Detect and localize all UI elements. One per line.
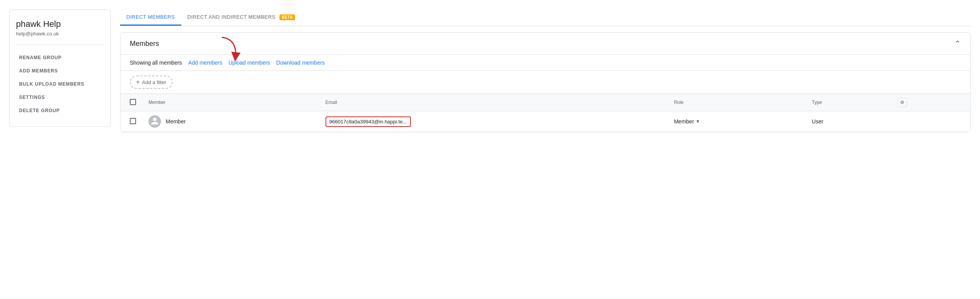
email-value: 966017c8a0a39943@in.happi.te... [325, 116, 411, 127]
header-role: Role [668, 94, 806, 111]
row-member-cell: Member [142, 111, 319, 132]
header-email: Email [319, 94, 668, 111]
tab-direct-members[interactable]: DIRECT MEMBERS [120, 9, 181, 26]
actions-row-container: Showing all members Add members Upload m… [120, 55, 970, 71]
role-value: Member [674, 118, 694, 125]
table-row: Member 966017c8a0a39943@in.happi.te... M… [120, 111, 970, 132]
members-card-header: Members ⌃ [120, 33, 970, 55]
download-members-link[interactable]: Download members [276, 60, 325, 66]
table-header: Member Email Role Type ⚙ [120, 94, 970, 111]
add-filter-label: Add a filter [142, 79, 166, 85]
table-body: Member 966017c8a0a39943@in.happi.te... M… [120, 111, 970, 132]
avatar [149, 115, 161, 128]
sidebar-divider [16, 44, 104, 45]
members-actions: Showing all members Add members Upload m… [120, 55, 970, 71]
members-table: Member Email Role Type ⚙ [120, 94, 970, 132]
row-action-cell [891, 111, 970, 132]
member-name: Member [166, 118, 186, 125]
header-checkbox-col [120, 94, 142, 111]
add-filter-plus-icon: + [136, 79, 140, 86]
filter-row: + Add a filter [120, 71, 970, 94]
members-card: Members ⌃ Showi [120, 32, 971, 132]
row-checkbox-cell [120, 111, 142, 132]
sidebar-nav: RENAME GROUP ADD MEMBERS BULK UPLOAD MEM… [16, 51, 104, 117]
sidebar-item-rename-group[interactable]: RENAME GROUP [16, 51, 104, 64]
sidebar-title: phawk Help [16, 19, 104, 29]
role-dropdown[interactable]: Member ▼ [674, 118, 800, 125]
select-all-checkbox[interactable] [130, 99, 136, 105]
sidebar-item-bulk-upload[interactable]: BULK UPLOAD MEMBERS [16, 77, 104, 91]
sidebar-item-add-members[interactable]: ADD MEMBERS [16, 64, 104, 77]
avatar-cell: Member [149, 115, 313, 128]
showing-all-label: Showing all members [130, 60, 182, 66]
beta-badge: BETA [279, 14, 295, 20]
upload-members-link[interactable]: Upload members [228, 60, 270, 66]
row-checkbox[interactable] [130, 118, 136, 124]
members-card-title: Members [130, 40, 159, 48]
chevron-up-icon[interactable]: ⌃ [954, 39, 961, 48]
header-type: Type [806, 94, 891, 111]
sidebar-item-delete-group[interactable]: DELETE GROUP [16, 104, 104, 117]
row-type-cell: User [806, 111, 891, 132]
row-role-cell: Member ▼ [668, 111, 806, 132]
row-email-cell: 966017c8a0a39943@in.happi.te... [319, 111, 668, 132]
add-filter-button[interactable]: + Add a filter [130, 76, 173, 89]
add-members-link[interactable]: Add members [188, 60, 222, 66]
sidebar: phawk Help help@phawk.co.uk RENAME GROUP… [9, 9, 111, 127]
tabs-container: DIRECT MEMBERS DIRECT AND INDIRECT MEMBE… [120, 9, 971, 26]
table-settings-icon[interactable]: ⚙ [897, 98, 907, 107]
avatar-person-icon [150, 117, 159, 127]
type-value: User [812, 118, 824, 125]
sidebar-item-settings[interactable]: SETTINGS [16, 91, 104, 104]
header-actions: ⚙ [891, 94, 970, 111]
tab-direct-indirect-members[interactable]: DIRECT AND INDIRECT MEMBERS BETA [181, 9, 302, 26]
header-member: Member [142, 94, 319, 111]
main-content: DIRECT MEMBERS DIRECT AND INDIRECT MEMBE… [120, 9, 971, 290]
sidebar-subtitle: help@phawk.co.uk [16, 31, 104, 37]
role-dropdown-arrow-icon: ▼ [695, 119, 700, 124]
